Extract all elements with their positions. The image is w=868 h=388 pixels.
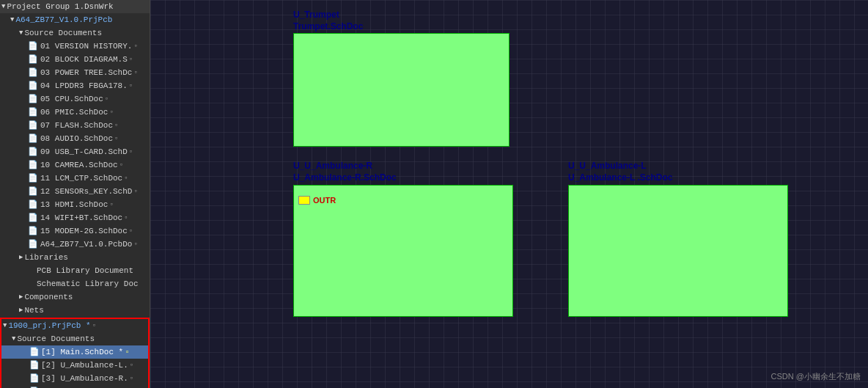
source-docs-label: Source Documents [24,27,102,39]
file-icon: 📄 [29,359,40,371]
file-09-label: 09 USB_T-CARD.SchD [40,146,128,158]
watermark: CSDN @小幽余生不加糖 [771,371,861,382]
ambulance-l-label-line2: U_Ambulance-L .SchDoc [568,172,672,183]
nets-group[interactable]: ▶ Nets [0,304,150,317]
doc-indicator: ▫ [129,54,133,65]
ambulance-l[interactable]: 📄 [2] U_Ambulance-L. ▫ [1,359,148,372]
file-icon: 📄 [28,67,38,78]
doc-indicator: ▫ [129,225,133,237]
file-icon: 📄 [28,40,38,52]
file-icon: 📄 [28,159,38,171]
file-icon: 📄 [28,146,38,158]
file-icon: 📄 [29,346,40,358]
file-06[interactable]: 📄 06 PMIC.SchDoc ▫ [0,106,150,119]
file-07-label: 07 FLASH.SchDoc [40,120,113,131]
ambulance-r-label: [3] U_Ambulance-R. [41,373,128,384]
source-docs-group[interactable]: ▼ Source Documents [0,26,150,40]
libraries-label: Libraries [24,252,67,263]
main-schdoc-label: [1] Main.SchDoc * [41,346,123,358]
trumpet-schdoc[interactable]: 📄 [4] Trumpet.SchDoc ▫ [1,385,148,388]
trumpet-label: U_Trumpet Trumpet.SchDoc [293,9,363,32]
file-12-label: 12 SENSORs_KEY.SchD [40,186,132,197]
doc-indicator: ▫ [130,373,133,384]
doc-indicator: ▫ [119,159,123,171]
file-13[interactable]: 📄 13 HDMI.SchDoc ▫ [0,198,150,211]
trumpet-label-line2: Trumpet.SchDoc [293,21,363,32]
file-14-label: 14 WIFI+BT.SchDoc [40,212,122,224]
file-12[interactable]: 📄 12 SENSORs_KEY.SchD ▫ [0,185,150,198]
doc-indicator: ▫ [133,186,137,197]
components-label1: Components [24,291,73,303]
source-docs-2[interactable]: ▼ Source Documents [1,332,148,345]
libraries-group[interactable]: ▶ Libraries [0,251,150,264]
ambulance-r-label-line1: U_U_Ambulance-R [293,160,397,172]
file-a64-pcb[interactable]: 📄 A64_ZB77_V1.0.PcbDo ▫ [0,238,150,251]
expand-arrow: ▶ [19,291,23,303]
expand-arrow: ▼ [3,320,7,332]
file-icon: 📄 [28,80,38,92]
project-1900-label: 1900_prj.PrjPcb * [8,320,90,332]
sch-library-label: Schematic Library Doc [37,278,139,290]
schematic-canvas[interactable]: U_Trumpet Trumpet.SchDoc U_U_Ambulance-R… [150,0,868,388]
file-13-label: 13 HDMI.SchDoc [40,199,108,211]
doc-indicator: ▫ [133,238,137,250]
main-schdoc[interactable]: 📄 [1] Main.SchDoc * ▫ [1,345,148,359]
project-a64[interactable]: ▼ A64_ZB77_V1.0.PrjPcb [0,13,150,26]
file-icon: 📄 [28,93,38,105]
doc-indicator: ▫ [129,80,133,92]
project-group-label: Project Group 1.DsnWrk [7,1,113,12]
file-icon: 📄 [28,120,38,131]
ambulance-r-block[interactable]: OUTR [293,185,513,317]
file-07[interactable]: 📄 07 FLASH.SchDoc ▫ [0,119,150,132]
ambulance-l-block[interactable] [568,185,788,317]
pcb-library[interactable]: PCB Library Document [0,264,150,277]
sidebar: ▼ Project Group 1.DsnWrk ▼ A64_ZB77_V1.0… [0,0,150,388]
file-11[interactable]: 📄 11 LCM_CTP.SchDoc ▫ [0,172,150,185]
file-icon: 📄 [28,238,38,250]
modified-icon: ▫ [125,346,130,358]
file-a64-pcb-label: A64_ZB77_V1.0.PcbDo [40,238,132,250]
ambulance-r[interactable]: 📄 [3] U_Ambulance-R. ▫ [1,372,148,385]
doc-indicator: ▫ [109,199,113,211]
file-05-label: 05 CPU.SchDoc [40,93,103,105]
file-02[interactable]: 📄 02 BLOCK DIAGRAM.S ▫ [0,53,150,66]
file-icon: 📄 [28,106,38,118]
doc-indicator: ▫ [133,40,137,52]
file-01[interactable]: 📄 01 VERSION HISTORY. ▫ [0,40,150,53]
trumpet-block[interactable] [293,33,510,147]
components-group1[interactable]: ▶ Components [0,290,150,304]
file-14[interactable]: 📄 14 WIFI+BT.SchDoc ▫ [0,211,150,224]
doc-indicator: ▫ [109,106,113,118]
file-icon: 📄 [28,54,38,65]
file-icon: 📄 [28,212,38,224]
sch-library[interactable]: Schematic Library Doc [0,277,150,290]
file-05[interactable]: 📄 05 CPU.SchDoc ▫ [0,92,150,106]
project-group-1[interactable]: ▼ Project Group 1.DsnWrk [0,0,150,13]
file-09[interactable]: 📄 09 USB_T-CARD.SchD ▫ [0,145,150,158]
file-08[interactable]: 📄 08 AUDIO.SchDoc ▫ [0,132,150,145]
pcb-library-label: PCB Library Document [37,265,133,277]
file-01-label: 01 VERSION HISTORY. [40,40,132,52]
outr-icon [298,196,310,205]
file-03[interactable]: 📄 03 POWER TREE.SchDc ▫ [0,66,150,79]
file-icon: 📄 [28,172,38,184]
expand-arrow: ▼ [10,14,14,26]
file-10[interactable]: 📄 10 CAMREA.SchDoc ▫ [0,158,150,172]
source-docs-2-label: Source Documents [17,333,95,345]
project-a64-label: A64_ZB77_V1.0.PrjPcb [15,14,112,26]
file-15[interactable]: 📄 15 MODEM-2G.SchDoc ▫ [0,224,150,238]
ambulance-l-label-line1: U_U_Ambulance-L [568,160,672,172]
file-04[interactable]: 📄 04 LPDDR3 FBGA178. ▫ [0,79,150,92]
doc-indicator: ▫ [105,93,108,105]
project-1900[interactable]: ▼ 1900_prj.PrjPcb * ▫ [1,319,148,332]
project-1900-section: ▼ 1900_prj.PrjPcb * ▫ ▼ Source Documents… [0,318,150,388]
modified-indicator: ▫ [92,320,96,332]
file-03-label: 03 POWER TREE.SchDc [40,67,132,78]
expand-arrow: ▶ [19,252,23,263]
file-icon: 📄 [28,133,38,144]
ambulance-l-label-canvas: U_U_Ambulance-L U_Ambulance-L .SchDoc [568,160,672,183]
trumpet-label-line1: U_Trumpet [293,9,363,21]
file-06-label: 06 PMIC.SchDoc [40,106,108,118]
file-04-label: 04 LPDDR3 FBGA178. [40,80,128,92]
file-icon: 📄 [29,373,40,384]
